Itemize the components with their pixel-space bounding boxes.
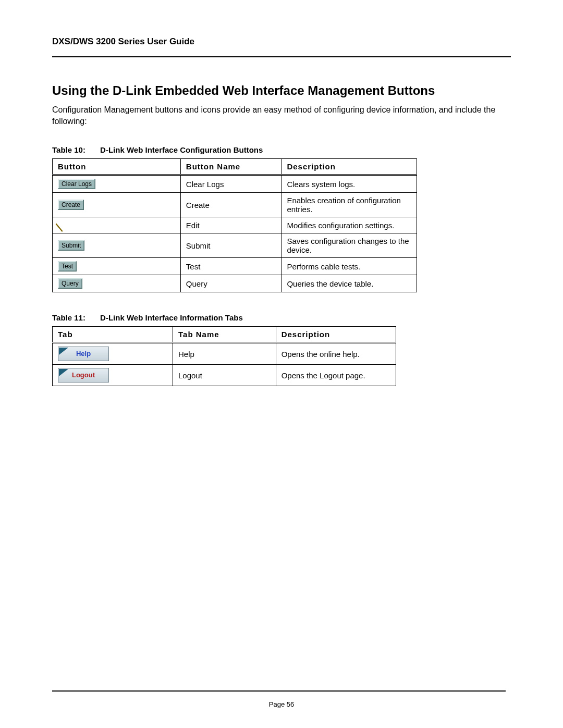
table11-caption-number: Table 11: xyxy=(52,313,85,322)
table10-header-row: Button Button Name Description xyxy=(53,159,417,175)
document-title: DXS/DWS 3200 Series User Guide xyxy=(52,36,511,47)
button-name-cell: Create xyxy=(180,193,282,217)
submit-button[interactable]: Submit xyxy=(58,240,84,251)
table11-header-name: Tab Name xyxy=(173,327,276,343)
tab-desc-cell: Opens the Logout page. xyxy=(276,365,396,386)
table-row: Query Query Queries the device table. xyxy=(53,275,417,292)
button-name-cell: Submit xyxy=(180,233,282,258)
table11: Tab Tab Name Description Help Help Opens… xyxy=(52,326,396,386)
table11-header-row: Tab Tab Name Description xyxy=(53,327,396,343)
pencil-icon[interactable] xyxy=(56,219,69,232)
help-tab-button[interactable]: Help xyxy=(58,347,109,361)
footer-rule xyxy=(52,690,506,692)
tab-name-cell: Help xyxy=(173,343,276,365)
button-name-cell: Query xyxy=(180,275,282,292)
table-row: Edit Modifies configuration settings. xyxy=(53,217,417,233)
tab-corner-icon xyxy=(59,348,68,355)
table10-caption-number: Table 10: xyxy=(52,145,85,154)
table10-header-desc: Description xyxy=(282,159,417,175)
help-tab-label: Help xyxy=(76,350,91,357)
page-number: Page 56 xyxy=(0,700,563,708)
table-row: Create Create Enables creation of config… xyxy=(53,193,417,217)
create-button[interactable]: Create xyxy=(58,200,84,210)
table-row: Submit Submit Saves configuration change… xyxy=(53,233,417,258)
tab-desc-cell: Opens the online help. xyxy=(276,343,396,365)
table10-header-button: Button xyxy=(53,159,181,175)
query-button[interactable]: Query xyxy=(58,278,82,289)
test-button[interactable]: Test xyxy=(58,261,77,272)
button-name-cell: Clear Logs xyxy=(180,175,282,193)
button-desc-cell: Saves configuration changes to the devic… xyxy=(282,233,417,258)
table10-caption-title: D-Link Web Interface Configuration Butto… xyxy=(100,145,263,154)
table11-header-tab: Tab xyxy=(53,327,173,343)
section-heading: Using the D-Link Embedded Web Interface … xyxy=(52,83,511,98)
button-name-cell: Edit xyxy=(180,217,282,233)
tab-corner-icon xyxy=(59,369,68,376)
logout-tab-button[interactable]: Logout xyxy=(58,368,109,382)
table-row: Test Test Performs cable tests. xyxy=(53,258,417,275)
table10-caption: Table 10: D-Link Web Interface Configura… xyxy=(52,145,511,154)
button-desc-cell: Modifies configuration settings. xyxy=(282,217,417,233)
logout-tab-label: Logout xyxy=(72,371,95,379)
table-row: Clear Logs Clear Logs Clears system logs… xyxy=(53,175,417,193)
table10-header-name: Button Name xyxy=(180,159,282,175)
button-desc-cell: Enables creation of configuration entrie… xyxy=(282,193,417,217)
table11-caption: Table 11: D-Link Web Interface Informati… xyxy=(52,313,511,322)
table10: Button Button Name Description Clear Log… xyxy=(52,158,417,292)
tab-name-cell: Logout xyxy=(173,365,276,386)
button-desc-cell: Clears system logs. xyxy=(282,175,417,193)
table-row: Logout Logout Opens the Logout page. xyxy=(53,365,396,386)
intro-paragraph: Configuration Management buttons and ico… xyxy=(52,104,511,127)
table-row: Help Help Opens the online help. xyxy=(53,343,396,365)
table11-header-desc: Description xyxy=(276,327,396,343)
header-rule xyxy=(52,56,511,57)
document-page: DXS/DWS 3200 Series User Guide Using the… xyxy=(0,0,563,728)
button-name-cell: Test xyxy=(180,258,282,275)
clear-logs-button[interactable]: Clear Logs xyxy=(58,179,95,189)
table11-caption-title: D-Link Web Interface Information Tabs xyxy=(100,313,243,322)
button-desc-cell: Performs cable tests. xyxy=(282,258,417,275)
button-desc-cell: Queries the device table. xyxy=(282,275,417,292)
